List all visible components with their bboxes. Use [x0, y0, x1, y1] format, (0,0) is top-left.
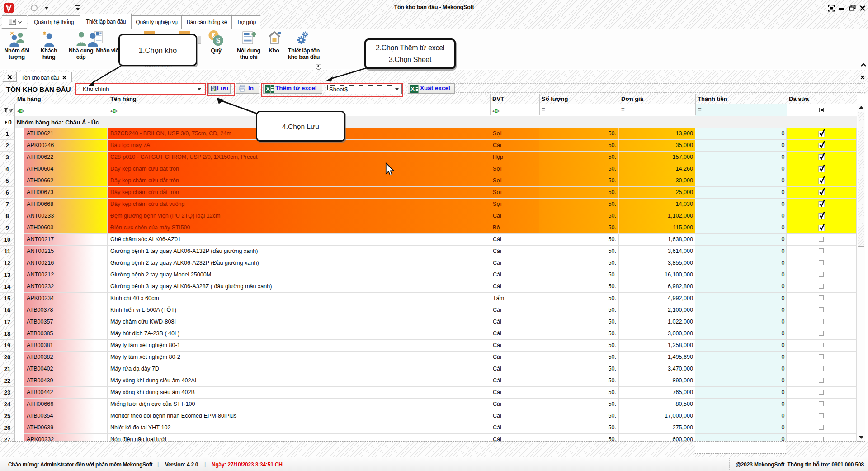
svg-text:$: $ [216, 37, 220, 44]
svg-text:B: B [20, 109, 22, 113]
svg-text:X: X [266, 86, 270, 92]
svg-text:X: X [410, 86, 415, 92]
svg-text:A: A [492, 109, 495, 113]
svg-text:B: B [113, 109, 115, 113]
svg-text:C: C [498, 109, 500, 113]
svg-text:C: C [23, 109, 24, 113]
svg-text:B: B [495, 109, 497, 113]
svg-text:C: C [116, 109, 118, 113]
svg-text:A: A [17, 109, 19, 113]
svg-text:A: A [110, 109, 113, 113]
